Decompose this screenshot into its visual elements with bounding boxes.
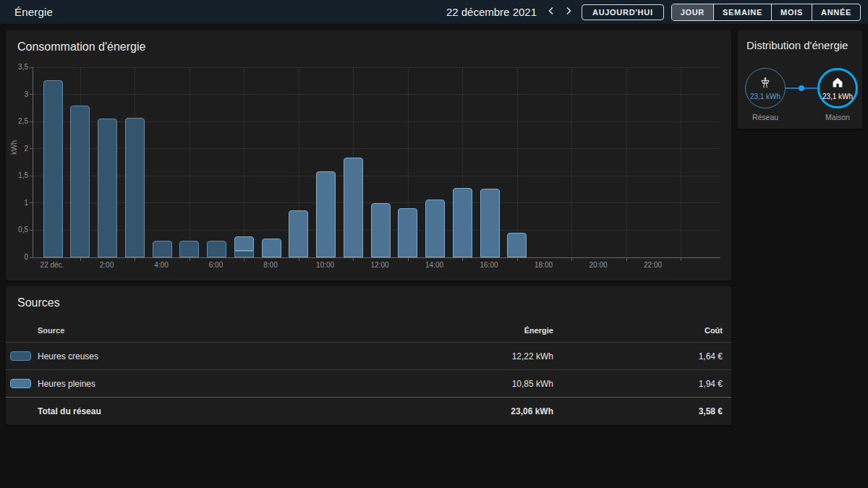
x-tickmark [244, 258, 244, 261]
sources-table-header: Source Énergie Coût [6, 319, 731, 342]
next-day-button[interactable] [560, 4, 577, 20]
source-energy: 10,85 kWh [512, 379, 553, 389]
x-gridline [626, 67, 627, 257]
x-tickmark [353, 258, 354, 261]
y-tickmark [30, 257, 33, 258]
bar-hour-3-heures-creuses [125, 118, 145, 257]
y-tick-label: 0 [6, 253, 28, 261]
sources-table: Source Énergie Coût Heures creuses 12,22… [6, 319, 731, 424]
chevron-left-icon [546, 6, 556, 18]
app-header: Énergie 22 décembre 2021 AUJOURD'HUI JOU… [0, 0, 868, 24]
y-tickmark [30, 230, 33, 231]
x-tickmark [571, 258, 572, 261]
energy-consumption-card: Consommation d'énergie kWh 00,511,522,53… [6, 30, 731, 281]
energy-distribution-card: Distribution d'énergie 23,1 kWh Réseau 2… [738, 30, 862, 129]
source-energy: 12,22 kWh [512, 351, 553, 361]
y-tickmark [30, 202, 33, 203]
grid-energy-value: 23,1 kWh [750, 93, 780, 100]
y-tick-label: 0,5 [6, 226, 28, 234]
x-tickmark [462, 258, 463, 261]
source-label: Heures pleines [38, 379, 95, 389]
bar-hour-15-heures-pleines [453, 188, 472, 257]
x-tick-label: 8:00 [263, 261, 277, 269]
x-tick-label: 20:00 [589, 261, 607, 269]
tab-mois[interactable]: MOIS [771, 4, 812, 20]
bar-hour-7-heures-creuses [234, 251, 254, 257]
consumption-bar-chart[interactable] [33, 67, 720, 258]
today-button[interactable]: AUJOURD'HUI [582, 4, 664, 20]
x-tick-label: 16:00 [480, 261, 498, 269]
chevron-right-icon [563, 6, 574, 18]
y-tickmark [30, 94, 33, 95]
bar-hour-8-heures-pleines [262, 239, 281, 257]
x-tick-label: 22 déc. [41, 261, 64, 269]
current-date: 22 décembre 2021 [446, 6, 537, 18]
y-tickmark [30, 121, 33, 122]
tab-jour[interactable]: JOUR [672, 4, 713, 20]
x-tickmark [190, 258, 190, 261]
x-gridline [517, 67, 518, 257]
bar-hour-7-heures-pleines [234, 236, 254, 251]
x-tickmark [517, 258, 518, 261]
consumption-card-title: Consommation d'énergie [17, 40, 145, 53]
y-tickmark [30, 148, 33, 149]
y-tick-label: 1,5 [6, 171, 28, 179]
tab-semaine[interactable]: SEMAINE [713, 4, 771, 20]
x-gridline [681, 67, 681, 257]
bar-hour-6-heures-creuses [207, 241, 226, 257]
y-tick-label: 1 [6, 199, 28, 207]
x-tick-label: 10:00 [316, 261, 334, 269]
x-gridline [571, 67, 572, 257]
column-header-energy: Énergie [524, 326, 553, 335]
x-tickmark [681, 258, 681, 261]
period-tab-group: JOUR SEMAINE MOIS ANNÉE [671, 4, 861, 21]
bar-hour-2-heures-creuses [98, 119, 117, 257]
source-cost: 1,94 € [699, 379, 723, 389]
bar-hour-1-heures-creuses [70, 106, 90, 257]
bar-hour-4-heures-creuses [153, 241, 172, 257]
bar-hour-14-heures-pleines [425, 200, 445, 257]
bar-hour-17-heures-pleines [507, 233, 527, 257]
sources-card: Sources Source Énergie Coût Heures creus… [6, 286, 731, 425]
x-tick-label: 14:00 [425, 261, 443, 269]
total-energy: 23,06 kWh [511, 406, 553, 416]
home-icon [831, 76, 844, 92]
x-tickmark [408, 258, 409, 261]
page-title: Énergie [14, 6, 53, 18]
bar-hour-0-heures-creuses [43, 80, 63, 257]
y-tick-label: 3,5 [6, 63, 28, 71]
grid-node-circle: 23,1 kWh [745, 68, 786, 108]
sources-card-title: Sources [17, 296, 60, 309]
previous-day-button[interactable] [542, 4, 560, 20]
column-header-cost: Coût [705, 326, 723, 335]
table-row-total: Total du réseau 23,06 kWh 3,58 € [6, 397, 731, 424]
x-tickmark [135, 258, 135, 261]
grid-node-label: Réseau [745, 113, 786, 121]
y-tick-label: 2,5 [6, 117, 28, 125]
home-node-circle: 23,1 kWh [817, 68, 858, 108]
transmission-tower-icon [759, 76, 772, 92]
heures-pleines-color-swatch [10, 379, 31, 388]
bar-hour-9-heures-pleines [289, 210, 308, 257]
home-node-label: Maison [817, 113, 858, 121]
x-tick-label: 6:00 [209, 261, 223, 269]
x-tick-label: 18:00 [535, 261, 553, 269]
source-cost: 1,64 € [699, 351, 723, 361]
heures-creuses-color-swatch [10, 351, 31, 361]
x-tick-label: 2:00 [100, 261, 114, 269]
y-tickmark [30, 67, 33, 68]
bar-hour-10-heures-pleines [316, 171, 336, 257]
flow-dot [799, 85, 804, 91]
tab-annee[interactable]: ANNÉE [812, 4, 860, 20]
distribution-card-title: Distribution d'énergie [746, 39, 848, 51]
y-gridline [33, 94, 720, 95]
total-label: Total du réseau [38, 406, 101, 416]
bar-hour-5-heures-creuses [179, 241, 199, 257]
home-energy-value: 23,1 kWh [822, 93, 853, 100]
x-gridline [190, 67, 190, 257]
table-row-heures-pleines: Heures pleines 10,85 kWh 1,94 € [6, 369, 731, 397]
x-tickmark [626, 258, 627, 261]
x-gridline [244, 67, 244, 257]
bar-hour-16-heures-pleines [480, 189, 500, 257]
bar-hour-13-heures-pleines [398, 208, 417, 257]
